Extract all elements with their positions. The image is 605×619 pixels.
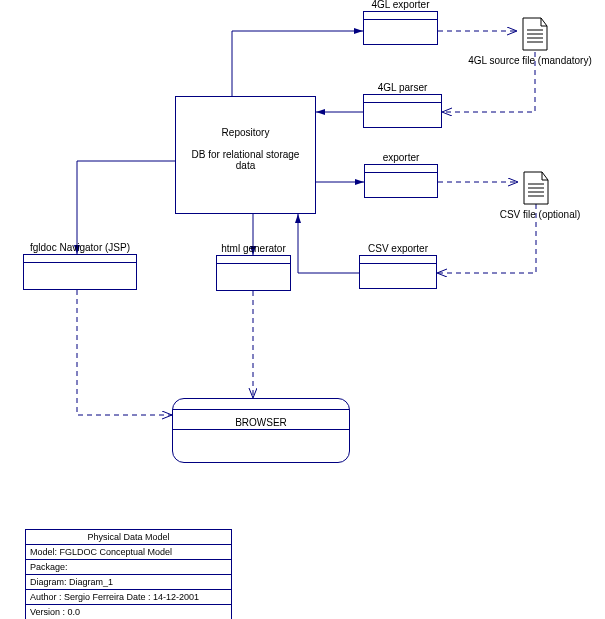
html-generator-label: html generator (217, 243, 290, 254)
csv-exporter-label: CSV exporter (360, 243, 436, 254)
document-icon (521, 16, 549, 52)
browser-node: BROWSER (172, 398, 350, 463)
csv-file-label: CSV file (optional) (485, 209, 595, 220)
document-icon (522, 170, 550, 206)
exporter-node: exporter (364, 164, 438, 198)
metadata-package: Package: (26, 560, 231, 575)
fgldoc-navigator-label: fgldoc Navigator (JSP) (24, 242, 136, 253)
repository-node: Repository DB for relational storage dat… (175, 96, 316, 214)
metadata-author-date: Author : Sergio Ferreira Date : 14-12-20… (26, 590, 231, 605)
diagram-connectors (0, 0, 605, 619)
repository-subtitle: DB for relational storage data (184, 149, 307, 171)
fourgl-parser-node: 4GL parser (363, 94, 442, 128)
repository-title: Repository (176, 127, 315, 138)
metadata-title: Physical Data Model (26, 530, 231, 545)
exporter-label: exporter (365, 152, 437, 163)
metadata-version: Version : 0.0 (26, 605, 231, 619)
metadata-panel: Physical Data Model Model: FGLDOC Concep… (25, 529, 232, 619)
html-generator-node: html generator (216, 255, 291, 291)
fgldoc-navigator-node: fgldoc Navigator (JSP) (23, 254, 137, 290)
csv-exporter-node: CSV exporter (359, 255, 437, 289)
metadata-model: Model: FGLDOC Conceptual Model (26, 545, 231, 560)
metadata-diagram: Diagram: Diagram_1 (26, 575, 231, 590)
fourgl-source-file-label: 4GL source file (mandatory) (456, 55, 604, 66)
browser-label: BROWSER (173, 417, 349, 428)
fourgl-exporter-node: 4GL exporter (363, 11, 438, 45)
fourgl-exporter-label: 4GL exporter (364, 0, 437, 10)
fourgl-parser-label: 4GL parser (364, 82, 441, 93)
